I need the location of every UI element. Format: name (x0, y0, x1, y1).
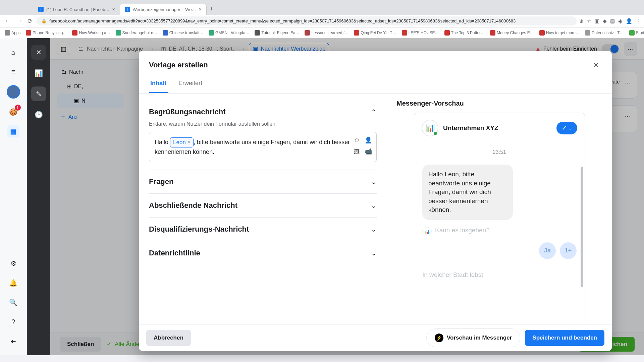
notification-badge: 1 (15, 105, 21, 111)
section-questions[interactable]: Fragen ⌄ (149, 173, 377, 191)
bookmark-item[interactable]: Student Wants an… (629, 30, 644, 36)
facebook-favicon: f (38, 7, 44, 12)
tab-title: (1) Leon R. Chaudhari | Faceb… (46, 7, 109, 12)
messenger-preview: 📊 Unternehmen XYZ ✓⌄ 23:51 Hallo Leon, b… (414, 113, 585, 324)
clock-icon[interactable]: 🕒 (31, 107, 46, 122)
online-dot-icon (433, 131, 438, 136)
browser-tab[interactable]: f (1) Leon R. Chaudhari | Faceb… × (34, 4, 120, 15)
cancel-button[interactable]: Abbrechen (146, 330, 191, 346)
new-tab-button[interactable]: + (207, 4, 217, 15)
bookmark-item[interactable]: LEE'S HOUSE… (402, 30, 439, 36)
forward-icon[interactable]: → (15, 16, 23, 26)
gear-icon[interactable]: ⚙ (7, 257, 19, 269)
section-privacy[interactable]: Datenrichtlinie ⌄ (149, 244, 377, 262)
tab-advanced[interactable]: Erweitert (177, 74, 204, 93)
url-text: facebook.com/adsmanager/manage/ads/edit?… (49, 18, 516, 23)
close-editor-icon[interactable]: ✕ (31, 45, 46, 60)
edit-icon[interactable]: ✎ (31, 86, 46, 101)
back-icon[interactable]: ← (3, 16, 12, 26)
remove-chip-icon[interactable]: × (188, 139, 191, 146)
user-avatar[interactable] (7, 85, 20, 99)
search-icon[interactable]: 🔍 (7, 296, 19, 308)
bell-icon[interactable]: 🔔 (7, 277, 19, 289)
bookmark-item[interactable]: How Working a… (72, 30, 110, 36)
facebook-favicon: f (125, 7, 130, 12)
section-greeting[interactable]: Begrüßungsnachricht ⌃ (149, 103, 377, 121)
bookmarks-bar: Apps Phone Recycling… How Working a… Son… (0, 27, 644, 38)
quick-reply-button[interactable]: 1+ (560, 242, 577, 259)
extension-icon[interactable]: ▣ (595, 18, 599, 24)
video-add-icon[interactable]: 📹 (364, 147, 373, 156)
apps-button[interactable]: Apps (5, 30, 20, 36)
bookmark-item[interactable]: The Top 3 Patter… (444, 30, 485, 36)
chart-icon[interactable]: 📊 (31, 66, 46, 80)
bookmark-item[interactable]: Tutorial: Eigene Fa… (255, 30, 299, 36)
browser-tab[interactable]: f Werbeanzeigenmanager – We… × (120, 4, 207, 15)
business-avatar-small: 📊 (422, 227, 432, 236)
cookies-icon[interactable]: 🍪1 (7, 106, 19, 118)
chevron-down-icon: ⌄ (371, 201, 377, 209)
person-icon[interactable]: 👤 (364, 135, 373, 145)
profile-icon[interactable]: 👤 (626, 18, 632, 24)
bookmark-item[interactable]: How to get more… (539, 30, 580, 36)
address-bar-row: ← → ⟳ 🔒 facebook.com/adsmanager/manage/a… (0, 15, 644, 27)
extension-icon[interactable]: ◉ (618, 18, 623, 24)
menu-icon[interactable]: ⋮ (636, 18, 641, 24)
address-bar[interactable]: 🔒 facebook.com/adsmanager/manage/ads/edi… (37, 16, 577, 25)
chevron-down-icon: ⌄ (371, 178, 377, 186)
menu-icon[interactable]: ≡ (7, 66, 19, 78)
verified-pill: ✓⌄ (556, 122, 577, 134)
section-closing[interactable]: Abschließende Nachricht ⌄ (149, 196, 377, 215)
greeting-input[interactable]: Hallo Leon×, bitte beantworte uns einige… (149, 132, 377, 162)
modal-tabs: Inhalt Erweitert (139, 74, 612, 94)
editor-rail: ✕ 📊 ✎ 🕒 (27, 38, 50, 355)
chevron-down-icon: ⌄ (371, 225, 377, 233)
business-name: Unternehmen XYZ (443, 124, 498, 132)
bookmark-item[interactable]: Lessons Learned f… (305, 30, 348, 36)
chart-icon: 📊 (426, 124, 435, 132)
extension-icon[interactable]: ◆ (603, 18, 607, 24)
browser-tab-strip: f (1) Leon R. Chaudhari | Faceb… × f Wer… (0, 0, 644, 15)
section-disqualify[interactable]: Disqualifizierungs-Nachricht ⌄ (149, 220, 377, 238)
bookmark-item[interactable]: Sonderangebot n… (116, 30, 157, 36)
bookmark-item[interactable]: Phone Recycling… (26, 30, 67, 36)
image-add-icon[interactable]: 🖼 (352, 147, 362, 156)
preview-button[interactable]: ⚡Vorschau im Messenger (426, 328, 520, 347)
quick-reply-button[interactable]: Ja (539, 242, 556, 259)
tab-title: Werbeanzeigenmanager – We… (133, 7, 196, 12)
tab-content[interactable]: Inhalt (149, 74, 168, 93)
zoom-icon[interactable]: ⊕ (579, 18, 584, 24)
close-icon[interactable]: ✕ (590, 59, 602, 71)
modal-footer: Abbrechen ⚡Vorschau im Messenger Speiche… (139, 324, 612, 351)
collapse-icon[interactable]: ⇤ (7, 335, 19, 347)
toolbar-icons: ⊕ ☆ ▣ ◆ ▤ ◉ 👤 ⋮ (579, 18, 641, 24)
chat-timestamp: 23:51 (422, 149, 577, 155)
scrollbar[interactable] (581, 167, 583, 324)
name-chip[interactable]: Leon× (170, 137, 194, 147)
help-icon[interactable]: ? (7, 316, 19, 328)
section-subtitle: Erkläre, warum Nutzer dein Formular ausf… (149, 121, 377, 127)
bookmark-item[interactable]: Money Changes E… (490, 30, 534, 36)
emoji-icon[interactable]: ☺ (352, 135, 362, 145)
chat-message: Hallo Leon, bitte beantworte uns einige … (422, 165, 513, 220)
bookmark-item[interactable]: Qing Fei De Yi · T… (354, 30, 396, 36)
form-column: Begrüßungsnachricht ⌃ Erkläre, warum Nut… (139, 94, 387, 324)
bookmark-item[interactable]: Datenschutz · T… (585, 30, 624, 36)
close-icon[interactable]: × (112, 7, 115, 12)
star-icon[interactable]: ☆ (587, 18, 591, 24)
bookmark-item[interactable]: Chinese translati… (163, 30, 203, 36)
reload-icon[interactable]: ⟳ (26, 16, 34, 26)
modal-title: Vorlage erstellen (149, 61, 208, 69)
chevron-down-icon: ⌄ (371, 249, 377, 257)
preview-title: Messenger-Vorschau (396, 100, 602, 107)
extension-icon[interactable]: ▤ (610, 18, 615, 24)
chevron-up-icon: ⌃ (371, 108, 377, 116)
save-button[interactable]: Speichern und beenden (525, 330, 604, 346)
template-modal: Vorlage erstellen ✕ Inhalt Erweitert Beg… (139, 51, 612, 351)
close-icon[interactable]: × (199, 7, 201, 12)
home-icon[interactable]: ⌂ (7, 46, 19, 58)
business-avatar: 📊 (422, 120, 438, 136)
messenger-icon: ⚡ (435, 334, 443, 342)
grid-icon[interactable]: ▦ (7, 125, 19, 137)
bookmark-item[interactable]: GMSN · Vologda… (209, 30, 249, 36)
